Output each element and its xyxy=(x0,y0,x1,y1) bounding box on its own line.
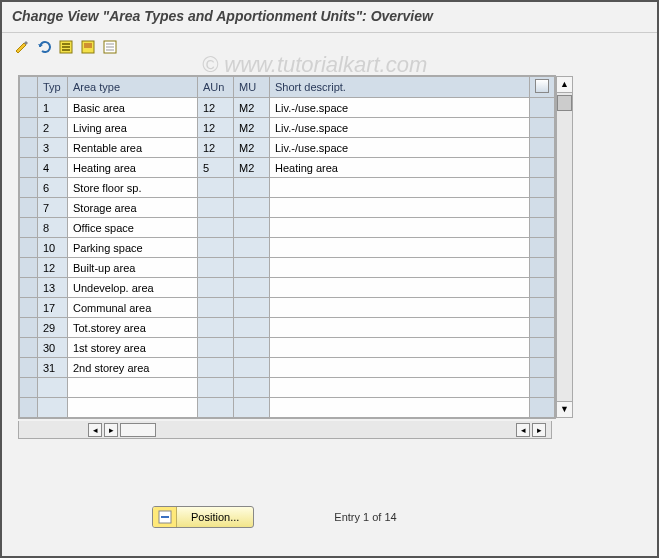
cell-mu[interactable] xyxy=(234,338,270,358)
cell-mu[interactable]: M2 xyxy=(234,98,270,118)
col-header-config[interactable] xyxy=(530,77,555,98)
cell-area[interactable]: Rentable area xyxy=(68,138,198,158)
row-selector[interactable] xyxy=(20,318,38,338)
deselect-all-icon[interactable] xyxy=(100,37,120,57)
position-button[interactable]: Position... xyxy=(152,506,254,528)
cell-desc[interactable] xyxy=(270,238,530,258)
cell-mu[interactable]: M2 xyxy=(234,118,270,138)
col-header-area[interactable]: Area type xyxy=(68,77,198,98)
cell-typ[interactable] xyxy=(38,378,68,398)
cell-area[interactable]: Basic area xyxy=(68,98,198,118)
cell-typ[interactable]: 10 xyxy=(38,238,68,258)
table-row[interactable] xyxy=(20,378,555,398)
scroll-down-icon[interactable]: ▼ xyxy=(557,401,572,417)
cell-mu[interactable]: M2 xyxy=(234,158,270,178)
cell-aun[interactable]: 5 xyxy=(198,158,234,178)
cell-area[interactable] xyxy=(68,378,198,398)
cell-typ[interactable]: 6 xyxy=(38,178,68,198)
cell-aun[interactable] xyxy=(198,218,234,238)
scroll-thumb[interactable] xyxy=(557,95,572,111)
cell-aun[interactable] xyxy=(198,198,234,218)
cell-aun[interactable] xyxy=(198,318,234,338)
cell-typ[interactable]: 7 xyxy=(38,198,68,218)
select-block-icon[interactable] xyxy=(78,37,98,57)
cell-typ[interactable]: 12 xyxy=(38,258,68,278)
cell-mu[interactable]: M2 xyxy=(234,138,270,158)
row-selector[interactable] xyxy=(20,198,38,218)
col-header-desc[interactable]: Short descript. xyxy=(270,77,530,98)
table-row[interactable]: 17Communal area xyxy=(20,298,555,318)
table-row[interactable]: 12Built-up area xyxy=(20,258,555,278)
row-selector[interactable] xyxy=(20,258,38,278)
cell-area[interactable]: Undevelop. area xyxy=(68,278,198,298)
cell-aun[interactable] xyxy=(198,398,234,418)
scroll-up-icon[interactable]: ▲ xyxy=(557,77,572,93)
cell-typ[interactable]: 3 xyxy=(38,138,68,158)
vertical-scrollbar[interactable]: ▲ ▼ xyxy=(556,76,573,418)
row-selector[interactable] xyxy=(20,178,38,198)
table-settings-icon[interactable] xyxy=(535,79,549,93)
table-row[interactable]: 6Store floor sp. xyxy=(20,178,555,198)
cell-area[interactable]: Tot.storey area xyxy=(68,318,198,338)
table-row[interactable]: 2Living area12M2Liv.-/use.space xyxy=(20,118,555,138)
cell-area[interactable]: Parking space xyxy=(68,238,198,258)
cell-aun[interactable] xyxy=(198,358,234,378)
row-selector[interactable] xyxy=(20,138,38,158)
cell-area[interactable]: 2nd storey area xyxy=(68,358,198,378)
cell-desc[interactable] xyxy=(270,258,530,278)
cell-mu[interactable] xyxy=(234,238,270,258)
cell-area[interactable]: Store floor sp. xyxy=(68,178,198,198)
hscroll-right2-icon[interactable]: ▸ xyxy=(532,423,546,437)
cell-mu[interactable] xyxy=(234,318,270,338)
table-row[interactable]: 312nd storey area xyxy=(20,358,555,378)
change-icon[interactable] xyxy=(12,37,32,57)
cell-desc[interactable]: Heating area xyxy=(270,158,530,178)
cell-desc[interactable] xyxy=(270,218,530,238)
cell-aun[interactable] xyxy=(198,278,234,298)
cell-mu[interactable] xyxy=(234,258,270,278)
cell-aun[interactable]: 12 xyxy=(198,138,234,158)
cell-typ[interactable]: 1 xyxy=(38,98,68,118)
cell-desc[interactable]: Liv.-/use.space xyxy=(270,98,530,118)
table-row[interactable]: 301st storey area xyxy=(20,338,555,358)
cell-desc[interactable] xyxy=(270,278,530,298)
table-row[interactable]: 7Storage area xyxy=(20,198,555,218)
cell-desc[interactable]: Liv.-/use.space xyxy=(270,118,530,138)
table-row[interactable]: 10Parking space xyxy=(20,238,555,258)
row-selector[interactable] xyxy=(20,358,38,378)
cell-area[interactable]: Communal area xyxy=(68,298,198,318)
cell-aun[interactable] xyxy=(198,178,234,198)
row-selector[interactable] xyxy=(20,298,38,318)
cell-area[interactable]: Storage area xyxy=(68,198,198,218)
table-row[interactable] xyxy=(20,398,555,418)
cell-area[interactable]: 1st storey area xyxy=(68,338,198,358)
cell-area[interactable]: Built-up area xyxy=(68,258,198,278)
cell-desc[interactable] xyxy=(270,178,530,198)
cell-typ[interactable]: 17 xyxy=(38,298,68,318)
hscroll-thumb[interactable] xyxy=(120,423,156,437)
col-header-mu[interactable]: MU xyxy=(234,77,270,98)
cell-desc[interactable] xyxy=(270,198,530,218)
hscroll-left2-icon[interactable]: ◂ xyxy=(516,423,530,437)
cell-area[interactable] xyxy=(68,398,198,418)
row-selector[interactable] xyxy=(20,98,38,118)
cell-desc[interactable] xyxy=(270,398,530,418)
table-row[interactable]: 29Tot.storey area xyxy=(20,318,555,338)
cell-desc[interactable]: Liv.-/use.space xyxy=(270,138,530,158)
row-selector[interactable] xyxy=(20,278,38,298)
table-row[interactable]: 13Undevelop. area xyxy=(20,278,555,298)
cell-desc[interactable] xyxy=(270,338,530,358)
table-row[interactable]: 3Rentable area12M2Liv.-/use.space xyxy=(20,138,555,158)
cell-aun[interactable] xyxy=(198,298,234,318)
cell-mu[interactable] xyxy=(234,358,270,378)
cell-mu[interactable] xyxy=(234,398,270,418)
col-header-select[interactable] xyxy=(20,77,38,98)
row-selector[interactable] xyxy=(20,398,38,418)
cell-desc[interactable] xyxy=(270,298,530,318)
cell-mu[interactable] xyxy=(234,178,270,198)
table-row[interactable]: 4Heating area5M2Heating area xyxy=(20,158,555,178)
cell-typ[interactable]: 2 xyxy=(38,118,68,138)
cell-desc[interactable] xyxy=(270,378,530,398)
scroll-track[interactable] xyxy=(557,111,572,401)
table-row[interactable]: 1Basic area12M2Liv.-/use.space xyxy=(20,98,555,118)
